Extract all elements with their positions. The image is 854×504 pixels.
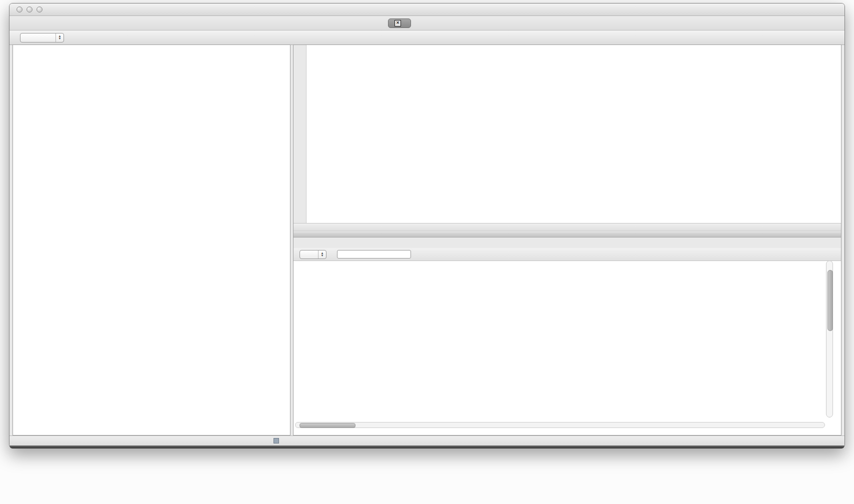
close-tab-icon[interactable]: ✕ [394, 20, 401, 26]
row-limit-select[interactable]: ▲▼ [300, 250, 326, 259]
status-indicator-icon [274, 438, 279, 444]
editor-status-bar [294, 223, 841, 232]
desktop: ✕ ▲▼ [0, 0, 854, 504]
results-search-input[interactable] [337, 250, 411, 258]
vertical-scrollbar[interactable] [826, 260, 833, 418]
document-tab[interactable]: ✕ [388, 18, 411, 28]
razorsql-window: ✕ ▲▼ [9, 3, 845, 448]
vertical-scrollbar-thumb[interactable] [828, 270, 833, 331]
line-number-gutter [294, 45, 306, 223]
select-stepper-icon: ▲▼ [56, 34, 64, 42]
database-browser-tree [12, 44, 290, 436]
document-tab-strip: ✕ [10, 16, 844, 30]
horizontal-scrollbar-thumb[interactable] [300, 423, 356, 428]
close-button[interactable] [16, 6, 22, 12]
window-bottom-edge [10, 446, 844, 448]
status-bar [10, 436, 844, 446]
result-tab-bar [294, 238, 841, 248]
horizontal-scrollbar[interactable] [295, 422, 825, 428]
results-toolbar: ▲▼ [294, 248, 841, 261]
limit-stepper-icon: ▲▼ [318, 250, 326, 258]
zoom-button[interactable] [36, 6, 42, 12]
sql-editor[interactable] [294, 45, 841, 223]
sql-code-area[interactable] [306, 45, 310, 223]
minimize-button[interactable] [26, 6, 32, 12]
main-toolbar: ▲▼ [10, 30, 844, 45]
statement-type-select[interactable]: ▲▼ [20, 33, 64, 42]
results-table-header [295, 260, 825, 268]
results-table [295, 260, 825, 268]
editor-results-panel: ▲▼ [293, 44, 842, 436]
main-split: ▲▼ [10, 44, 844, 436]
horizontal-splitter[interactable] [294, 232, 841, 238]
title-bar[interactable] [10, 4, 844, 16]
window-controls [16, 6, 42, 12]
